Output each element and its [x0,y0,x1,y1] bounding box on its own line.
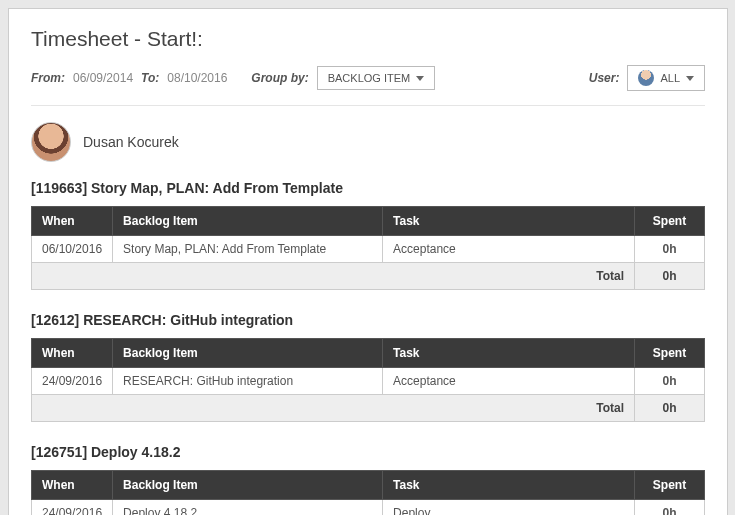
timesheet-table: WhenBacklog ItemTaskSpent24/09/2016RESEA… [31,338,705,422]
backlog-item-title: RESEARCH: GitHub integration [83,312,293,328]
user-label: User: [589,71,620,85]
col-header-task: Task [383,207,635,236]
backlog-item-id: [12612] [31,312,83,328]
total-row: Total0h [32,263,705,290]
user-dropdown[interactable]: ALL [627,65,705,91]
col-header-spent: Spent [635,339,705,368]
user-icon [638,70,654,86]
col-header-backlog-item: Backlog Item [113,471,383,500]
user-value: ALL [660,72,680,84]
from-label: From: [31,71,65,85]
timesheet-table: WhenBacklog ItemTaskSpent24/09/2016Deplo… [31,470,705,515]
total-value: 0h [635,395,705,422]
total-row: Total0h [32,395,705,422]
cell-spent: 0h [635,500,705,516]
timesheet-table: WhenBacklog ItemTaskSpent06/10/2016Story… [31,206,705,290]
col-header-task: Task [383,471,635,500]
filter-bar: From: 06/09/2014 To: 08/10/2016 Group by… [31,65,705,106]
from-value[interactable]: 06/09/2014 [73,71,133,85]
col-header-when: When [32,339,113,368]
col-header-backlog-item: Backlog Item [113,339,383,368]
section-title: [126751] Deploy 4.18.2 [31,444,705,460]
cell-backlog-item: Deploy 4.18.2 [113,500,383,516]
cell-when: 24/09/2016 [32,368,113,395]
chevron-down-icon [686,76,694,81]
col-header-when: When [32,471,113,500]
col-header-task: Task [383,339,635,368]
user-name: Dusan Kocurek [83,134,179,150]
table-row: 06/10/2016Story Map, PLAN: Add From Temp… [32,236,705,263]
cell-spent: 0h [635,368,705,395]
section-title: [12612] RESEARCH: GitHub integration [31,312,705,328]
chevron-down-icon [416,76,424,81]
groupby-dropdown[interactable]: BACKLOG ITEM [317,66,436,90]
groupby-value: BACKLOG ITEM [328,72,411,84]
col-header-spent: Spent [635,471,705,500]
to-label: To: [141,71,159,85]
backlog-item-id: [126751] [31,444,91,460]
col-header-spent: Spent [635,207,705,236]
timesheet-panel: Timesheet - Start!: From: 06/09/2014 To:… [8,8,728,515]
cell-task: Acceptance [383,368,635,395]
avatar [31,122,71,162]
cell-spent: 0h [635,236,705,263]
to-value[interactable]: 08/10/2016 [167,71,227,85]
cell-task: Deploy [383,500,635,516]
cell-backlog-item: Story Map, PLAN: Add From Template [113,236,383,263]
backlog-item-title: Deploy 4.18.2 [91,444,181,460]
cell-when: 06/10/2016 [32,236,113,263]
cell-task: Acceptance [383,236,635,263]
section-title: [119663] Story Map, PLAN: Add From Templ… [31,180,705,196]
cell-when: 24/09/2016 [32,500,113,516]
cell-backlog-item: RESEARCH: GitHub integration [113,368,383,395]
page-title: Timesheet - Start!: [31,27,705,51]
col-header-when: When [32,207,113,236]
groupby-label: Group by: [251,71,308,85]
col-header-backlog-item: Backlog Item [113,207,383,236]
backlog-item-title: Story Map, PLAN: Add From Template [91,180,343,196]
total-label: Total [32,395,635,422]
table-row: 24/09/2016RESEARCH: GitHub integrationAc… [32,368,705,395]
total-label: Total [32,263,635,290]
user-header: Dusan Kocurek [31,122,705,162]
table-row: 24/09/2016Deploy 4.18.2Deploy0h [32,500,705,516]
backlog-item-id: [119663] [31,180,91,196]
total-value: 0h [635,263,705,290]
